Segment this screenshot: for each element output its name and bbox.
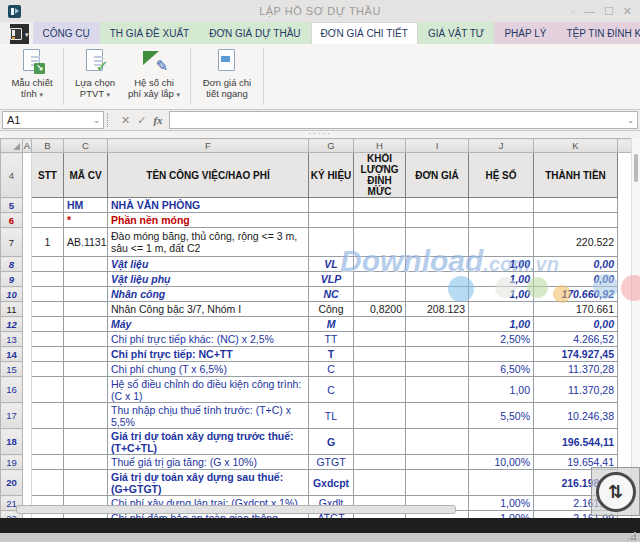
row-header-11[interactable]: 11 bbox=[1, 302, 23, 317]
cell-amount[interactable]: 174.927,45 bbox=[534, 347, 618, 362]
cell-price[interactable] bbox=[406, 403, 469, 429]
on-gia-chi-tiet-ngang-button[interactable]: Đơn giá chitiết ngang bbox=[195, 44, 259, 109]
select-all-corner[interactable] bbox=[1, 139, 23, 153]
row-header-5[interactable]: 5 bbox=[1, 198, 23, 213]
column-header-j[interactable]: J bbox=[469, 139, 534, 153]
cell-factor[interactable]: 5,50% bbox=[469, 403, 534, 429]
cell-qty[interactable] bbox=[354, 317, 406, 332]
empty-cell[interactable] bbox=[23, 470, 32, 496]
cell-qty[interactable] bbox=[354, 287, 406, 302]
cell-factor[interactable] bbox=[469, 198, 534, 213]
chevron-down-icon[interactable]: ⌄ bbox=[90, 116, 103, 125]
cell-sym[interactable]: G bbox=[309, 429, 354, 455]
cell-sym[interactable]: Công bbox=[309, 302, 354, 317]
cell-qty[interactable] bbox=[354, 362, 406, 377]
minimize-icon[interactable]: — bbox=[584, 0, 595, 22]
cell-factor[interactable]: 1,00% bbox=[469, 496, 534, 511]
cell-factor[interactable]: 6,50% bbox=[469, 362, 534, 377]
empty-cell[interactable] bbox=[23, 302, 32, 317]
cell-name[interactable]: Hệ số điều chỉnh do điều kiện công trình… bbox=[108, 377, 309, 403]
cell-qty[interactable] bbox=[354, 257, 406, 272]
he-so-chi-phi-xay-lap-button[interactable]: ✎Hệ số chiphí xây lắp ▾ bbox=[122, 44, 186, 109]
cell-name[interactable]: Nhân Công bậc 3/7, Nhóm I bbox=[108, 302, 309, 317]
column-header-a[interactable]: A bbox=[23, 139, 32, 153]
cell-stt[interactable] bbox=[32, 377, 64, 403]
tab-cong-cu[interactable]: CÔNG CỤ bbox=[33, 22, 100, 44]
row-header-20[interactable]: 20 bbox=[1, 470, 23, 496]
cell-name[interactable]: Máy bbox=[108, 317, 309, 332]
cell-factor[interactable]: 1,00% bbox=[469, 511, 534, 519]
column-header-c[interactable]: C bbox=[64, 139, 108, 153]
cell-stt[interactable]: 1 bbox=[32, 228, 64, 257]
cell-amount[interactable]: 10.246,38 bbox=[534, 403, 618, 429]
empty-cell[interactable] bbox=[23, 198, 32, 213]
row-header-14[interactable]: 14 bbox=[1, 347, 23, 362]
vertical-scrollbar-thumb[interactable] bbox=[634, 154, 638, 182]
cell-price[interactable]: 208.123 bbox=[406, 302, 469, 317]
cell-factor[interactable]: 1,00 bbox=[469, 257, 534, 272]
row-header-18[interactable]: 18 bbox=[1, 429, 23, 455]
row-header-19[interactable]: 19 bbox=[1, 455, 23, 470]
column-header-i[interactable]: I bbox=[406, 139, 469, 153]
empty-cell[interactable] bbox=[23, 228, 32, 257]
cell-price[interactable] bbox=[406, 362, 469, 377]
cell-sym[interactable]: Gxdcpt bbox=[309, 470, 354, 496]
cell-sym[interactable]: NC bbox=[309, 287, 354, 302]
cell-amount[interactable]: 0,00 bbox=[534, 272, 618, 287]
empty-cell[interactable] bbox=[23, 332, 32, 347]
cell-qty[interactable]: 0,8200 bbox=[354, 302, 406, 317]
cell-name[interactable]: Chi phí trực tiếp: NC+TT bbox=[108, 347, 309, 362]
cell-price[interactable] bbox=[406, 332, 469, 347]
scroll-up-down-icon[interactable]: ⇅ bbox=[596, 472, 636, 512]
pin-icon[interactable]: ▫ bbox=[571, 0, 575, 22]
cell-qty[interactable] bbox=[354, 332, 406, 347]
pane-splitter[interactable]: ····· bbox=[0, 131, 640, 138]
cell-name[interactable]: Giá trị dự toán xây dựng sau thuế: (G+GT… bbox=[108, 470, 309, 496]
empty-cell[interactable] bbox=[23, 317, 32, 332]
tab-phap-ly[interactable]: PHÁP LÝ bbox=[494, 22, 556, 44]
cell-sym[interactable]: VLP bbox=[309, 272, 354, 287]
cell-name[interactable]: Thu nhập chịu thuế tính trước: (T+C) x 5… bbox=[108, 403, 309, 429]
cell-price[interactable] bbox=[406, 470, 469, 496]
row-header-12[interactable]: 12 bbox=[1, 317, 23, 332]
row-header-13[interactable]: 13 bbox=[1, 332, 23, 347]
cell-amount[interactable]: 170.660,92 bbox=[534, 287, 618, 302]
cell-sym[interactable]: C bbox=[309, 362, 354, 377]
cell-name[interactable]: NHÀ VĂN PHÒNG bbox=[108, 198, 309, 213]
empty-cell[interactable] bbox=[23, 153, 32, 198]
cell-code[interactable]: AB.11312 bbox=[64, 228, 108, 257]
empty-cell[interactable] bbox=[23, 347, 32, 362]
cell-amount[interactable]: 0,00 bbox=[534, 317, 618, 332]
insert-function-icon[interactable]: fx bbox=[153, 114, 162, 127]
cell-code[interactable] bbox=[64, 302, 108, 317]
cell-qty[interactable] bbox=[354, 470, 406, 496]
cell-amount[interactable]: 0,00 bbox=[534, 257, 618, 272]
cell-sym[interactable]: C bbox=[309, 377, 354, 403]
cell-amount[interactable]: 220.522 bbox=[534, 228, 618, 257]
column-header-k[interactable]: K bbox=[534, 139, 618, 153]
cell-qty[interactable] bbox=[354, 403, 406, 429]
row-header-4[interactable]: 4 bbox=[1, 153, 23, 198]
cell-code[interactable] bbox=[64, 403, 108, 429]
cell-code[interactable] bbox=[64, 272, 108, 287]
cell-factor[interactable]: 1,00 bbox=[469, 287, 534, 302]
cell-stt[interactable] bbox=[32, 317, 64, 332]
close-icon[interactable]: ✕ bbox=[623, 0, 632, 22]
cell-price[interactable] bbox=[406, 198, 469, 213]
cell-code[interactable]: * bbox=[64, 213, 108, 228]
name-box[interactable]: A1 ⌄ bbox=[2, 111, 104, 129]
cell-stt[interactable] bbox=[32, 470, 64, 496]
row-header-9[interactable]: 9 bbox=[1, 272, 23, 287]
cell-price[interactable] bbox=[406, 377, 469, 403]
cell-stt[interactable] bbox=[32, 332, 64, 347]
cell-code[interactable] bbox=[64, 317, 108, 332]
row-header-15[interactable]: 15 bbox=[1, 362, 23, 377]
cell-name[interactable]: Đào móng băng, thủ công, rộng <= 3 m, sâ… bbox=[108, 228, 309, 257]
cell-qty[interactable] bbox=[354, 228, 406, 257]
cell-factor[interactable]: 1,00 bbox=[469, 272, 534, 287]
cell-stt[interactable] bbox=[32, 347, 64, 362]
cell-name[interactable]: Thuế giá trị gia tăng: (G x 10%) bbox=[108, 455, 309, 470]
empty-cell[interactable] bbox=[23, 272, 32, 287]
column-header-g[interactable]: G bbox=[309, 139, 354, 153]
cell-factor[interactable] bbox=[469, 302, 534, 317]
